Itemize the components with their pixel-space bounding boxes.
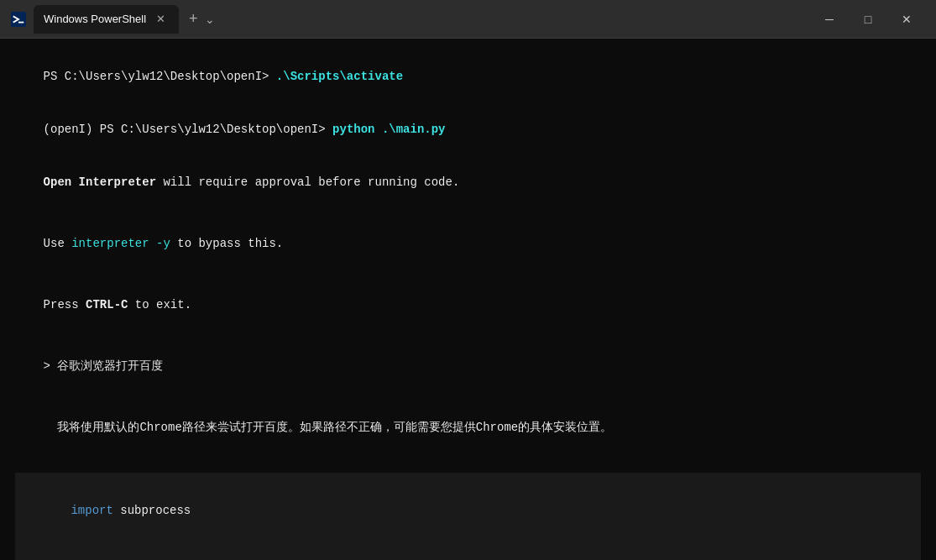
gap-1 — [15, 209, 921, 217]
press-label: Press — [44, 298, 86, 311]
import-kw: import — [71, 504, 112, 517]
gap-5 — [15, 454, 921, 463]
bypass-label: to bypass this. — [170, 237, 283, 250]
new-tab-button[interactable]: + — [189, 10, 198, 28]
titlebar: Windows PowerShell ✕ + ⌄ ─ □ ✕ — [0, 0, 936, 39]
subprocess-label: subprocess — [113, 504, 191, 517]
cmd-2: python .\main.py — [332, 123, 445, 136]
terminal-line-5: Use interpreter -y to bypass this. — [15, 217, 921, 270]
window-controls: ─ □ ✕ — [810, 0, 926, 39]
code-gap-1 — [29, 537, 907, 546]
terminal-area[interactable]: PS C:\Users\ylw12\Desktop\openI> .\Scrip… — [0, 39, 936, 560]
tab-close-button[interactable]: ✕ — [153, 11, 169, 27]
gap-3 — [15, 332, 921, 340]
app-icon — [10, 11, 27, 28]
cmd-1: .\Scripts\activate — [276, 70, 403, 83]
terminal-line-2: (openI) PS C:\Users\ylw12\Desktop\openI>… — [15, 103, 921, 156]
user-prompt: > 谷歌浏览器打开百度 — [44, 359, 164, 373]
tab-dropdown-button[interactable]: ⌄ — [205, 13, 215, 26]
interpreter-cmd: interpreter -y — [71, 237, 170, 250]
code-line-3: url = "https://www.baidu.com" — [29, 546, 907, 560]
code-block: import subprocess url = "https://www.bai… — [15, 473, 921, 560]
line3-rest: will require approval before running cod… — [156, 175, 459, 189]
powershell-tab[interactable]: Windows PowerShell ✕ — [34, 5, 179, 34]
open-interpreter-label: Open Interpreter — [44, 175, 156, 189]
maximize-button[interactable]: □ — [849, 0, 887, 39]
use-label: Use — [44, 237, 72, 250]
prompt-1: PS C:\Users\ylw12\Desktop\openI> — [44, 70, 276, 83]
code-line-1: import subprocess — [29, 484, 907, 537]
minimize-button[interactable]: ─ — [810, 0, 849, 39]
exit-label: to exit. — [128, 298, 191, 311]
terminal-line-9: > 谷歌浏览器打开百度 — [15, 340, 921, 393]
gap-2 — [15, 270, 921, 279]
prompt-2: (openI) PS C:\Users\ylw12\Desktop\openI> — [44, 123, 332, 136]
window-close-button[interactable]: ✕ — [887, 0, 926, 39]
ai-response: 我将使用默认的Chrome路径来尝试打开百度。如果路径不正确，可能需要您提供Ch… — [44, 421, 613, 434]
terminal-line-3: Open Interpreter will require approval b… — [15, 156, 921, 209]
ctrlc-label: CTRL-C — [86, 298, 128, 311]
terminal-line-1: PS C:\Users\ylw12\Desktop\openI> .\Scrip… — [15, 50, 921, 103]
tab-label: Windows PowerShell — [44, 13, 146, 25]
terminal-line-7: Press CTRL-C to exit. — [15, 279, 921, 332]
gap-4 — [15, 393, 921, 401]
terminal-line-11: 我将使用默认的Chrome路径来尝试打开百度。如果路径不正确，可能需要您提供Ch… — [15, 401, 921, 454]
